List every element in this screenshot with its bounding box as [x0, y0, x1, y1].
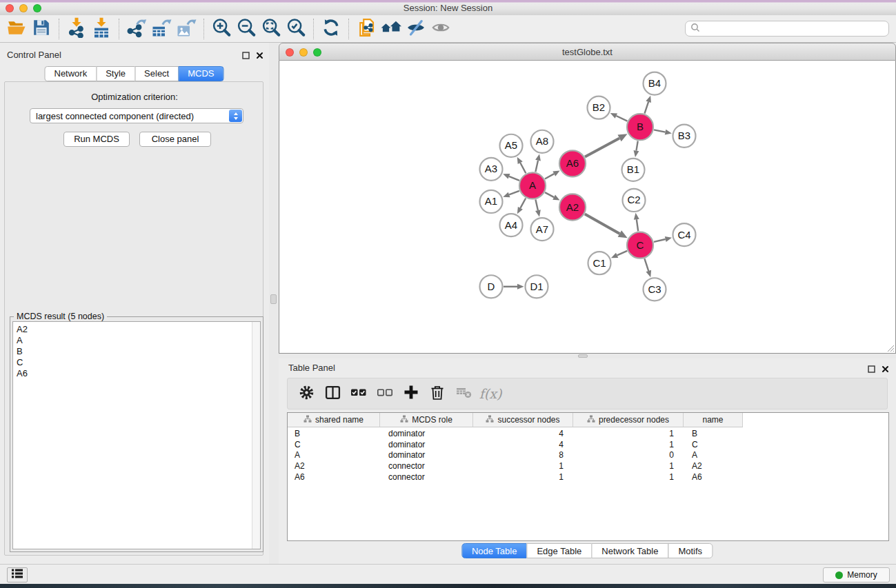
float-panel-icon[interactable]: [868, 363, 875, 376]
export-image-button[interactable]: [174, 17, 199, 41]
table-cell[interactable]: 4: [473, 429, 564, 440]
network-window-titlebar[interactable]: testGlobe.txt: [279, 43, 896, 61]
tab-motifs[interactable]: Motifs: [668, 543, 713, 558]
table-cell[interactable]: connector: [388, 472, 472, 483]
graph-node-label: B2: [593, 101, 605, 113]
save-session-button[interactable]: [29, 17, 54, 41]
table-cell[interactable]: connector: [388, 461, 472, 472]
table-cell[interactable]: 1: [573, 461, 674, 472]
function-builder-button[interactable]: f(x): [478, 382, 501, 405]
import-table-button[interactable]: [89, 17, 114, 41]
delete-table-button[interactable]: [452, 382, 475, 405]
table-cell[interactable]: B: [295, 429, 377, 440]
column-header-predecessor-nodes[interactable]: predecessor nodes: [573, 413, 684, 427]
table-cell[interactable]: A6: [295, 472, 377, 483]
tab-node-table[interactable]: Node Table: [461, 543, 528, 558]
mcds-result-item[interactable]: A: [17, 335, 260, 346]
table-toolbar: f(x): [287, 378, 888, 409]
run-mcds-button[interactable]: Run MCDS: [63, 132, 130, 147]
memory-button[interactable]: Memory: [823, 567, 890, 582]
table-cell[interactable]: A: [295, 450, 377, 461]
close-panel-icon[interactable]: [256, 50, 263, 62]
tab-network-table[interactable]: Network Table: [591, 543, 668, 558]
column-header-MCDS-role[interactable]: MCDS role: [380, 413, 473, 427]
tab-mcds[interactable]: MCDS: [178, 66, 223, 81]
network-graph[interactable]: B4B2BB3A8A5A6A3B1AC2A1A2A4A7C4CC1DD1C3: [279, 61, 895, 353]
close-panel-button[interactable]: Close panel: [139, 132, 211, 147]
import-network-button[interactable]: [64, 17, 89, 41]
horizontal-split-divider[interactable]: [279, 354, 896, 358]
table-cell[interactable]: 1: [573, 440, 674, 451]
export-network-button[interactable]: [124, 17, 149, 41]
hide-graphics-button[interactable]: [404, 17, 428, 41]
tab-select[interactable]: Select: [135, 66, 179, 81]
result-list-scrollbar[interactable]: [252, 322, 260, 549]
table-cell[interactable]: 8: [473, 450, 564, 461]
table-cell[interactable]: A2: [295, 461, 377, 472]
main-toolbar: [0, 15, 896, 43]
show-columns-button[interactable]: [321, 382, 344, 405]
graph-node-label: A7: [536, 223, 548, 235]
table-cell[interactable]: dominator: [388, 440, 472, 451]
float-panel-icon[interactable]: [242, 50, 250, 62]
table-cell[interactable]: 1: [473, 472, 564, 483]
vertical-split-divider[interactable]: [269, 43, 279, 564]
table-cell[interactable]: 1: [573, 429, 674, 440]
open-file-button[interactable]: [4, 17, 29, 41]
divider-handle[interactable]: [270, 294, 277, 304]
node-table[interactable]: shared nameMCDS rolesuccessor nodesprede…: [287, 412, 889, 541]
column-header-name[interactable]: name: [684, 413, 743, 427]
duplicate-network-button[interactable]: [354, 17, 379, 41]
export-table-button[interactable]: [149, 17, 174, 41]
table-cell[interactable]: 4: [473, 440, 564, 451]
tab-style[interactable]: Style: [96, 66, 135, 81]
table-cell[interactable]: C: [295, 440, 377, 451]
tab-network[interactable]: Network: [44, 66, 97, 81]
zoom-fit-button[interactable]: [259, 17, 283, 41]
table-cell[interactable]: 1: [573, 472, 674, 483]
table-row[interactable]: Adominator80A: [288, 450, 888, 461]
mcds-result-item[interactable]: A2: [17, 324, 260, 335]
close-panel-icon[interactable]: [882, 363, 889, 376]
settings-gear-button[interactable]: [295, 382, 318, 405]
table-cell[interactable]: A6: [692, 472, 741, 483]
table-cell[interactable]: 0: [573, 450, 674, 461]
show-graphics-button[interactable]: [428, 17, 453, 41]
home-layout-button[interactable]: [379, 17, 404, 41]
divider-handle[interactable]: [578, 354, 588, 358]
deselect-all-button[interactable]: [373, 382, 397, 405]
table-cell[interactable]: dominator: [388, 450, 472, 461]
optimization-criterion-select[interactable]: largest connected component (directed): [30, 108, 243, 123]
graph-edge: [520, 198, 526, 207]
column-header-shared-name[interactable]: shared name: [288, 413, 380, 427]
table-cell[interactable]: B: [692, 429, 741, 440]
search-input[interactable]: [703, 22, 888, 36]
table-cell[interactable]: A: [692, 450, 741, 461]
mcds-result-item[interactable]: A6: [17, 368, 260, 379]
tab-edge-table[interactable]: Edge Table: [526, 543, 592, 558]
column-header-successor-nodes[interactable]: successor nodes: [473, 413, 573, 427]
refresh-view-button[interactable]: [319, 17, 344, 41]
mcds-result-list[interactable]: A2ABCA6: [12, 321, 261, 549]
zoom-out-button[interactable]: [234, 17, 259, 41]
table-cell[interactable]: 1: [473, 461, 564, 472]
delete-column-button[interactable]: [426, 382, 449, 405]
network-canvas[interactable]: B4B2BB3A8A5A6A3B1AC2A1A2A4A7C4CC1DD1C3: [279, 61, 896, 354]
table-cell[interactable]: dominator: [388, 429, 472, 440]
add-column-button[interactable]: [399, 382, 423, 405]
resize-grip-icon[interactable]: [885, 343, 895, 352]
show-panels-button[interactable]: [7, 567, 28, 582]
mcds-result-item[interactable]: B: [17, 346, 260, 357]
table-row[interactable]: A6connector11A6: [288, 472, 888, 483]
table-row[interactable]: Cdominator41C: [288, 440, 888, 451]
graph-edge: [644, 258, 648, 271]
search-field[interactable]: [685, 21, 889, 37]
zoom-in-button[interactable]: [209, 17, 234, 41]
table-row[interactable]: Bdominator41B: [288, 429, 888, 440]
table-row[interactable]: A2connector11A2: [288, 461, 888, 472]
select-all-button[interactable]: [347, 382, 370, 405]
table-cell[interactable]: A2: [692, 461, 741, 472]
zoom-selected-button[interactable]: [283, 17, 308, 41]
mcds-result-item[interactable]: C: [17, 357, 260, 368]
table-cell[interactable]: C: [692, 440, 741, 451]
